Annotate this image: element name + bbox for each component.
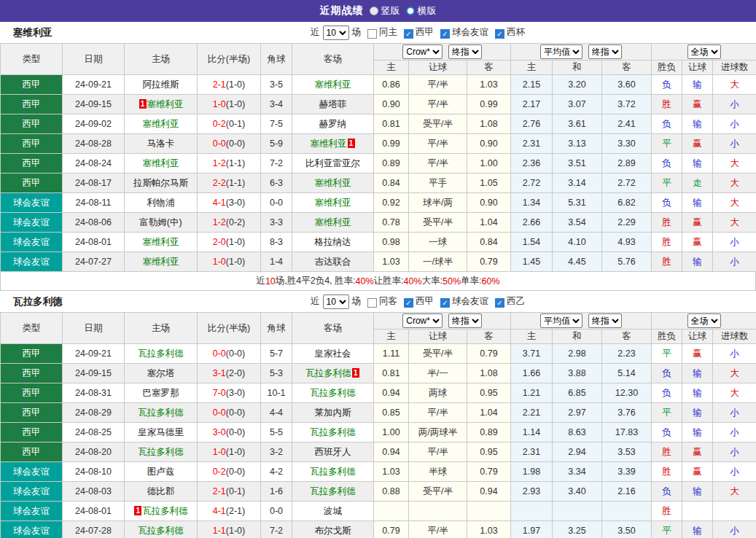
- average-select[interactable]: 平均值: [540, 313, 582, 328]
- away-team-name[interactable]: 塞维利亚: [315, 79, 351, 90]
- match-away-cell: 瓦拉多利德: [292, 462, 374, 482]
- summary-segment: 近: [256, 275, 265, 287]
- halftime-score: (1-0): [226, 526, 245, 536]
- vertical-radio[interactable]: [370, 7, 378, 15]
- home-team-name[interactable]: 利物浦: [147, 198, 175, 208]
- away-team-name[interactable]: 瓦拉多利德: [310, 467, 356, 477]
- home-team-name[interactable]: 皇家马德里: [138, 427, 184, 437]
- away-team-name[interactable]: 格拉纳达: [315, 237, 351, 247]
- match-home-cell: 1塞维利亚: [125, 95, 198, 114]
- away-team-name[interactable]: 布尔戈斯: [315, 526, 351, 536]
- home-team-name[interactable]: 拉斯帕尔马斯: [133, 178, 188, 188]
- match-count-select[interactable]: 10: [323, 26, 349, 40]
- match-corners: 4-4: [261, 403, 292, 423]
- halftime-score: (1-0): [226, 79, 245, 90]
- filter-bar: 近 10 场 同客 西甲 球会友谊 西乙: [309, 295, 526, 309]
- away-team-name[interactable]: 塞维利亚: [311, 139, 347, 149]
- away-team-name[interactable]: 瓦拉多利德: [310, 388, 356, 398]
- home-team-name[interactable]: 瓦拉多利德: [138, 447, 184, 457]
- away-team-name[interactable]: 波城: [324, 506, 342, 516]
- view-option-horizontal[interactable]: 横版: [406, 4, 437, 17]
- match-date: 24-08-29: [63, 403, 125, 423]
- home-team-name[interactable]: 马洛卡: [147, 139, 175, 149]
- result-text: 小: [730, 467, 739, 477]
- home-team-name[interactable]: 塞维利亚: [143, 119, 179, 129]
- result-goals: 小: [713, 443, 756, 462]
- home-team-name[interactable]: 瓦拉多利德: [138, 408, 184, 418]
- away-team-name[interactable]: 塞维利亚: [315, 178, 351, 188]
- result-text: 输: [693, 158, 702, 168]
- away-team-name[interactable]: 瓦拉多利德: [305, 368, 351, 378]
- near-label: 近: [311, 295, 320, 308]
- home-team-name[interactable]: 塞维利亚: [143, 158, 179, 168]
- banner-title: 近期战绩: [320, 4, 364, 17]
- odds-stage-select[interactable]: 终指: [448, 313, 482, 328]
- avg-away: 5.14: [602, 364, 652, 383]
- same-home-checkbox[interactable]: [367, 29, 377, 39]
- home-team-name[interactable]: 图卢兹: [147, 467, 175, 477]
- home-team-name[interactable]: 塞维利亚: [143, 257, 179, 267]
- league-segunda-checkbox[interactable]: [495, 298, 504, 308]
- odds-source-group: Crow* 终指: [374, 44, 511, 61]
- bookmaker-select[interactable]: Crow*: [402, 313, 443, 328]
- league-friendly-checkbox[interactable]: [440, 29, 450, 39]
- result-winlose: 平: [652, 174, 682, 193]
- average-select[interactable]: 平均值: [540, 44, 582, 59]
- league-liga-checkbox[interactable]: [404, 29, 413, 39]
- home-team-name[interactable]: 塞尔塔: [147, 368, 175, 378]
- result-text: 大: [730, 198, 739, 208]
- home-team-name[interactable]: 瓦拉多利德: [142, 506, 188, 516]
- fulltime-select[interactable]: 全场: [687, 44, 721, 59]
- league-liga-checkbox[interactable]: [404, 298, 413, 308]
- away-team-name[interactable]: 瓦拉多利德: [310, 486, 356, 496]
- league-cup-checkbox[interactable]: [495, 29, 504, 39]
- away-team-name[interactable]: 比利亚雷亚尔: [305, 158, 360, 168]
- odds-handicap: 受平/半: [409, 482, 467, 502]
- away-team-name[interactable]: 吉达联合: [315, 257, 351, 267]
- home-team-name[interactable]: 瓦拉多利德: [138, 526, 184, 536]
- match-type-badge: 球会友谊: [1, 502, 63, 521]
- match-home-cell: 巴塞罗那: [125, 383, 198, 403]
- home-team-name[interactable]: 塞维利亚: [143, 237, 179, 247]
- fulltime-select[interactable]: 全场: [687, 313, 721, 328]
- red-card-badge: 1: [352, 368, 359, 378]
- result-handicap: [682, 502, 713, 521]
- result-goals: 小: [713, 462, 756, 482]
- home-team-name[interactable]: 德比郡: [147, 486, 175, 496]
- away-team-name[interactable]: 赫塔菲: [319, 99, 347, 109]
- away-team-name[interactable]: 皇家社会: [315, 348, 351, 359]
- view-option-vertical[interactable]: 竖版: [370, 4, 400, 17]
- away-team-name[interactable]: 塞维利亚: [315, 198, 351, 208]
- league-friendly-checkbox[interactable]: [440, 298, 450, 308]
- away-team-name[interactable]: 瓦拉多利德: [310, 427, 356, 437]
- result-text: 胜: [662, 237, 671, 247]
- odds-stage-select[interactable]: 终指: [448, 44, 482, 59]
- home-team-name[interactable]: 巴塞罗那: [143, 388, 179, 398]
- away-team-name[interactable]: 赫罗纳: [319, 119, 347, 129]
- average-stage-select[interactable]: 终指: [588, 44, 622, 59]
- result-text: 小: [730, 427, 739, 437]
- home-team-name[interactable]: 阿拉维斯: [143, 79, 179, 90]
- result-text: 平: [662, 139, 671, 149]
- odds-away: 0.94: [467, 482, 511, 502]
- match-home-cell: 皇家马德里: [125, 423, 198, 443]
- result-goals: 大: [713, 154, 756, 174]
- avg-home: 1.97: [511, 521, 553, 538]
- away-team-name[interactable]: 莱加内斯: [315, 408, 351, 418]
- col-odds-home: 主: [374, 330, 409, 344]
- bookmaker-select[interactable]: Crow*: [402, 44, 443, 59]
- average-stage-select[interactable]: 终指: [588, 313, 622, 328]
- home-team-name[interactable]: 富勒姆(中): [139, 217, 182, 227]
- away-team-name[interactable]: 西班牙人: [315, 447, 351, 457]
- away-team-name[interactable]: 塞维利亚: [315, 217, 351, 227]
- match-count-select[interactable]: 10: [323, 295, 349, 309]
- home-team-name[interactable]: 塞维利亚: [147, 99, 184, 109]
- home-team-name[interactable]: 瓦拉多利德: [138, 348, 184, 359]
- col-goals-result: 进球数: [713, 61, 756, 75]
- result-text: 胜: [662, 99, 671, 109]
- same-away-checkbox[interactable]: [367, 298, 377, 308]
- match-type-badge: 球会友谊: [1, 252, 63, 272]
- match-row: 球会友谊24-07-27塞维利亚1-0(1-0)1-4吉达联合1.03一/球半0…: [1, 252, 756, 272]
- avg-home: 2.66: [511, 213, 553, 233]
- horizontal-radio[interactable]: [406, 7, 415, 15]
